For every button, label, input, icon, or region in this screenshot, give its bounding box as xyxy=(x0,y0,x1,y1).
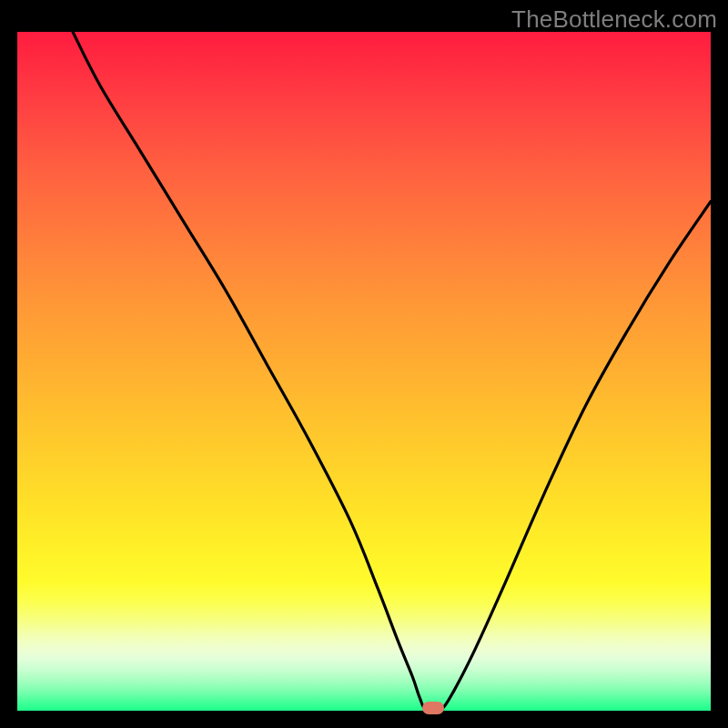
bottleneck-curve xyxy=(17,32,711,711)
watermark-label: TheBottleneck.com xyxy=(511,5,717,34)
minimum-marker xyxy=(422,702,444,714)
plot-area xyxy=(17,32,711,711)
chart-frame: TheBottleneck.com xyxy=(0,0,728,728)
